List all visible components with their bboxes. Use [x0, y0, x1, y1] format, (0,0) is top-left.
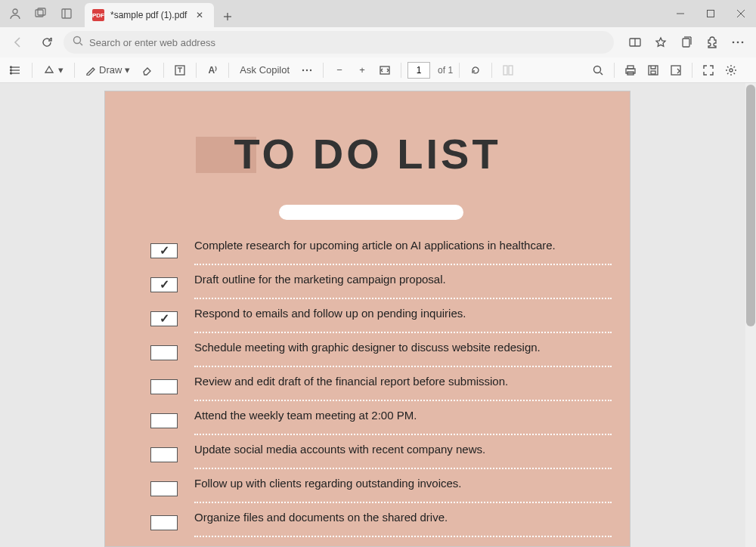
save-as-button[interactable] — [666, 60, 686, 80]
read-aloud-button[interactable]: A⁾ — [203, 60, 222, 80]
checkbox[interactable] — [150, 515, 178, 530]
print-button[interactable] — [621, 60, 640, 80]
address-bar — [0, 27, 756, 57]
svg-rect-35 — [509, 66, 513, 75]
todo-item: Respond to emails and follow up on pendi… — [150, 307, 604, 341]
favorites-icon[interactable] — [649, 30, 673, 54]
more-button[interactable] — [726, 30, 750, 54]
checkbox[interactable] — [150, 413, 178, 428]
svg-point-19 — [737, 42, 739, 44]
svg-point-25 — [11, 70, 12, 71]
omnibox[interactable] — [64, 31, 614, 54]
profile-icon[interactable] — [5, 3, 26, 24]
checkbox[interactable] — [150, 277, 178, 292]
svg-point-44 — [730, 69, 733, 72]
minimize-button[interactable] — [665, 0, 696, 27]
draw-button[interactable]: Draw▾ — [81, 60, 135, 80]
dotted-line — [194, 298, 612, 299]
svg-rect-2 — [38, 8, 45, 15]
fit-page-button[interactable] — [375, 60, 395, 80]
svg-line-12 — [80, 43, 82, 45]
page-number-input[interactable] — [407, 62, 430, 79]
pdf-icon: PDF — [92, 9, 104, 21]
extensions-icon[interactable] — [700, 30, 724, 54]
todo-item: Attend the weekly team meeting at 2:00 P… — [150, 409, 604, 443]
dotted-line — [194, 400, 612, 401]
checkbox[interactable] — [150, 447, 178, 462]
svg-line-37 — [600, 73, 603, 75]
checkbox[interactable] — [150, 345, 178, 360]
maximize-button[interactable] — [696, 0, 726, 27]
ask-copilot-button[interactable]: Ask Copilot — [235, 60, 294, 80]
pdf-page: TO DO LIST Complete research for upcomin… — [104, 91, 631, 547]
close-window-button[interactable] — [726, 0, 756, 27]
browser-tab[interactable]: PDF *sample pdf (1).pdf ✕ — [85, 3, 214, 27]
save-button[interactable] — [643, 60, 663, 80]
todo-item-text: Organize files and documents on the shar… — [194, 511, 448, 531]
pdf-toolbar: ▾ Draw▾ A⁾ Ask Copilot − + of 1 — [0, 57, 756, 83]
svg-rect-40 — [627, 72, 634, 75]
close-tab-button[interactable]: ✕ — [193, 8, 206, 22]
dotted-line — [194, 434, 612, 435]
todo-item-text: Complete research for upcoming article o… — [194, 239, 556, 259]
checkbox[interactable] — [150, 311, 178, 326]
svg-rect-3 — [62, 9, 71, 18]
pdf-viewport[interactable]: TO DO LIST Complete research for upcomin… — [0, 83, 756, 547]
svg-point-32 — [310, 69, 311, 70]
svg-point-36 — [594, 66, 601, 73]
checkbox[interactable] — [150, 481, 178, 496]
svg-point-30 — [302, 69, 304, 70]
todo-item-text: Review and edit draft of the financial r… — [194, 375, 508, 395]
zoom-out-button[interactable]: − — [330, 60, 349, 80]
vertical-scrollbar[interactable] — [745, 83, 756, 547]
svg-rect-34 — [503, 66, 507, 75]
find-button[interactable] — [588, 60, 608, 80]
settings-button[interactable] — [721, 60, 741, 80]
omnibox-input[interactable] — [89, 37, 605, 48]
svg-point-31 — [306, 69, 308, 70]
chevron-down-icon: ▾ — [125, 64, 130, 76]
document-title: TO DO LIST — [105, 129, 630, 178]
todo-list: Complete research for upcoming article o… — [150, 239, 604, 545]
page-view-button[interactable] — [498, 60, 518, 80]
dotted-line — [194, 536, 612, 537]
rotate-button[interactable] — [466, 60, 485, 80]
scrollbar-thumb[interactable] — [746, 85, 755, 326]
todo-item: Schedule meeting with graphic designer t… — [150, 341, 604, 375]
todo-item: Draft outline for the marketing campaign… — [150, 273, 604, 307]
todo-item-text: Update social media accounts with recent… — [194, 443, 485, 463]
todo-item: Follow up with clients regarding outstan… — [150, 477, 604, 511]
refresh-button[interactable] — [35, 30, 59, 54]
todo-item: Review and edit draft of the financial r… — [150, 375, 604, 409]
todo-item-text: Schedule meeting with graphic designer t… — [194, 341, 541, 361]
highlight-button[interactable]: ▾ — [39, 60, 68, 80]
svg-rect-42 — [651, 71, 655, 74]
svg-point-18 — [733, 42, 735, 44]
more-tools-button[interactable] — [297, 60, 317, 80]
checkbox[interactable] — [150, 243, 178, 258]
fullscreen-button[interactable] — [699, 60, 718, 80]
dotted-line — [194, 502, 612, 503]
contents-icon[interactable] — [6, 60, 26, 80]
text-button[interactable] — [170, 60, 190, 80]
zoom-in-button[interactable]: + — [352, 60, 372, 80]
new-tab-button[interactable] — [217, 6, 238, 27]
page-total: of 1 — [438, 65, 453, 76]
tab-actions-icon[interactable] — [56, 3, 77, 24]
chevron-down-icon: ▾ — [58, 64, 64, 76]
collections-icon[interactable] — [674, 30, 699, 54]
svg-rect-8 — [708, 11, 714, 17]
todo-item: Organize files and documents on the shar… — [150, 511, 604, 545]
svg-rect-38 — [627, 66, 634, 69]
back-button[interactable] — [6, 30, 30, 54]
svg-rect-39 — [626, 69, 635, 73]
workspaces-icon[interactable] — [30, 3, 51, 24]
svg-rect-27 — [175, 66, 184, 75]
split-screen-icon[interactable] — [623, 30, 647, 54]
todo-item-text: Follow up with clients regarding outstan… — [194, 477, 462, 497]
title-underline — [279, 205, 463, 220]
todo-item: Complete research for upcoming article o… — [150, 239, 604, 273]
checkbox[interactable] — [150, 379, 178, 394]
svg-point-0 — [13, 9, 17, 14]
erase-button[interactable] — [138, 60, 157, 80]
